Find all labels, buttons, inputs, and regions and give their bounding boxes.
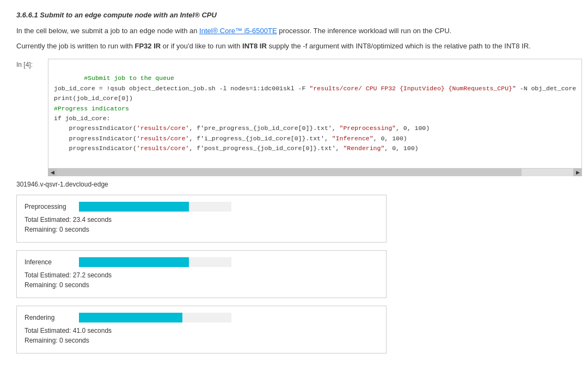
- remaining-label-1: Remaining:: [24, 226, 58, 233]
- rendering-bar-outer: [79, 313, 231, 323]
- inference-label: Inference: [24, 258, 74, 266]
- remaining-val-2: 0 seconds: [59, 281, 89, 289]
- code-line-7: progressIndicator('results/core', f'i_pr…: [54, 135, 407, 142]
- inference-label-row: Inference: [24, 257, 378, 267]
- code-line-8: progressIndicator('results/core', f'post…: [54, 145, 418, 152]
- inference-bar-outer: [79, 257, 231, 267]
- cell-content: #Submit job to the queue job_id_core = !…: [48, 59, 582, 176]
- total-val-2: 27.2 seconds: [73, 271, 112, 279]
- total-label-1: Total Estimated:: [24, 216, 71, 224]
- total-val-1: 23.4 seconds: [73, 216, 112, 224]
- preprocessing-bar-inner: [79, 202, 189, 212]
- code-line-5: if job_id_core:: [54, 115, 111, 122]
- progress-box-rendering: Rendering Total Estimated: 41.0 seconds …: [16, 306, 387, 354]
- desc2-mid: or if you'd like to run with: [161, 42, 242, 50]
- total-label-3: Total Estimated:: [24, 327, 71, 334]
- rendering-total: Total Estimated: 41.0 seconds: [24, 327, 378, 334]
- desc1-before: In the cell below, we submit a job to an…: [16, 27, 197, 35]
- remaining-label-2: Remaining:: [24, 281, 58, 289]
- rendering-label: Rendering: [24, 314, 74, 321]
- code-scrollbar[interactable]: ◀ ▶: [48, 169, 582, 176]
- output-text: 301946.v-qsvr-1.devcloud-edge: [16, 181, 572, 188]
- cell-in-label: In [4]:: [16, 59, 44, 69]
- scroll-left-arrow[interactable]: ◀: [48, 169, 57, 176]
- remaining-val-3: 0 seconds: [59, 337, 89, 344]
- cpu-link[interactable]: Intel® Core™ i5-6500TE: [199, 27, 277, 35]
- rendering-bar-inner: [79, 313, 182, 323]
- inference-bar-inner: [79, 257, 189, 267]
- code-line-2: job_id_core = !qsub object_detection_job…: [54, 85, 576, 92]
- code-comment-2: #Progress indicators: [54, 105, 129, 112]
- page-wrapper: 3.6.6.1 Submit to an edge compute node w…: [16, 11, 572, 354]
- progress-boxes-container: Preprocessing Total Estimated: 23.4 seco…: [16, 195, 572, 354]
- desc2-fp32: FP32 IR: [134, 42, 161, 50]
- total-val-3: 41.0 seconds: [73, 327, 112, 334]
- code-cell-row: In [4]: #Submit job to the queue job_id_…: [16, 59, 572, 176]
- preprocessing-label-row: Preprocessing: [24, 202, 378, 212]
- remaining-label-3: Remaining:: [24, 337, 58, 344]
- preprocessing-total: Total Estimated: 23.4 seconds: [24, 216, 378, 224]
- section-title: 3.6.6.1 Submit to an edge compute node w…: [16, 11, 572, 19]
- description-2: Currently the job is written to run with…: [16, 41, 572, 52]
- rendering-remaining: Remaining: 0 seconds: [24, 337, 378, 344]
- scroll-right-arrow[interactable]: ▶: [573, 169, 582, 176]
- code-line-6: progressIndicator('results/core', f'pre_…: [54, 125, 430, 132]
- inference-remaining: Remaining: 0 seconds: [24, 281, 378, 289]
- preprocessing-label: Preprocessing: [24, 203, 74, 210]
- desc2-int8: INT8 IR: [242, 42, 267, 50]
- remaining-val-1: 0 seconds: [59, 226, 89, 233]
- scroll-track[interactable]: [57, 169, 573, 176]
- rendering-label-row: Rendering: [24, 313, 378, 323]
- progress-box-preprocessing: Preprocessing Total Estimated: 23.4 seco…: [16, 195, 387, 243]
- preprocessing-bar-outer: [79, 202, 231, 212]
- progress-box-inference: Inference Total Estimated: 27.2 seconds …: [16, 250, 387, 298]
- code-block[interactable]: #Submit job to the queue job_id_core = !…: [48, 59, 582, 169]
- inference-total: Total Estimated: 27.2 seconds: [24, 271, 378, 279]
- total-label-2: Total Estimated:: [24, 271, 71, 279]
- description-1: In the cell below, we submit a job to an…: [16, 26, 572, 36]
- desc1-after: processor. The inference workload will r…: [279, 27, 451, 35]
- preprocessing-remaining: Remaining: 0 seconds: [24, 226, 378, 233]
- desc2-before: Currently the job is written to run with: [16, 42, 134, 50]
- scroll-thumb: [57, 169, 522, 176]
- desc2-after: supply the -f argument with INT8/optimiz…: [267, 42, 531, 50]
- code-line-3: print(job_id_core[0]): [54, 95, 133, 102]
- code-comment-1: #Submit job to the queue: [84, 75, 174, 82]
